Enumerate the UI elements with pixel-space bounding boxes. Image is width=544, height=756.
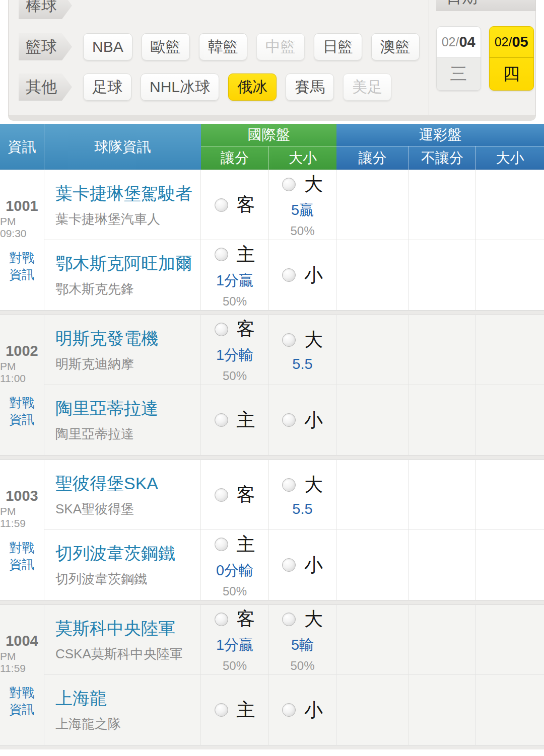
bet-odds: 1分贏 <box>216 271 253 291</box>
sports-filter-area: 棒球 籃球 NBA 歐籃 韓籃 中籃 日籃 澳籃 其他 足球 NHL冰球 俄冰 … <box>9 0 429 115</box>
lottery-handicap-cell <box>336 460 409 530</box>
bet-odds: 0分輸 <box>216 561 253 581</box>
lottery-over-under-cell <box>476 240 544 310</box>
lottery-handicap-cell <box>336 530 409 600</box>
date-day: 04 <box>459 34 475 50</box>
team-cell: 鄂木斯克阿旺加爾 鄂木斯克先鋒 <box>44 240 201 310</box>
lottery-no-handicap-cell <box>409 605 476 675</box>
sport-button-soccer[interactable]: 足球 <box>83 73 131 101</box>
handicap-radio[interactable] <box>215 613 228 626</box>
lottery-no-handicap-cell <box>409 170 476 240</box>
bet-side-label: 主 <box>237 242 255 267</box>
intl-handicap-cell: 客 1分贏 50% <box>201 605 269 675</box>
sport-button-horse-racing[interactable]: 賽馬 <box>286 73 334 101</box>
game-row: 1003 PM 11:59 對戰 資訊 聖彼得堡SKA SKA聖彼得堡 客 大 … <box>0 460 544 600</box>
date-button-02-04[interactable]: 02/04 三 <box>436 26 481 91</box>
bet-percent: 50% <box>223 294 247 309</box>
game-separator <box>0 456 544 460</box>
over-under-radio[interactable] <box>282 413 296 427</box>
sport-button-euro-basketball[interactable]: 歐籃 <box>142 33 190 60</box>
over-under-radio[interactable] <box>282 333 296 347</box>
date-button-02-05[interactable]: 02/05 四 <box>489 26 534 91</box>
over-under-radio[interactable] <box>282 178 296 191</box>
intl-over-under-cell: 小 <box>269 385 336 455</box>
lottery-handicap-cell <box>336 315 409 385</box>
bet-side-label: 客 <box>237 607 255 632</box>
matchup-link-line: 資訊 <box>10 701 35 718</box>
sport-button-american-football: 美足 <box>343 73 391 101</box>
team-alias: 切列波韋茨鋼鐵 <box>55 570 200 588</box>
category-basketball[interactable]: 籃球 <box>19 33 72 60</box>
team-cell: 陶里亞蒂拉達 陶里亞蒂拉達 <box>44 385 201 455</box>
game-info: 1002 PM 11:00 對戰 資訊 <box>0 315 44 455</box>
intl-over-under-cell: 大 5.5 <box>269 460 336 530</box>
sport-button-japan-basketball[interactable]: 日籃 <box>314 33 362 60</box>
sport-button-nhl-hockey[interactable]: NHL冰球 <box>141 73 219 101</box>
game-separator <box>0 311 544 315</box>
bet-percent: 50% <box>223 659 247 673</box>
team-name: 陶里亞蒂拉達 <box>55 397 200 420</box>
header-lottery-handicap: 讓分 <box>336 146 409 170</box>
category-baseball[interactable]: 棒球 <box>19 0 72 19</box>
game-info: 1004 PM 11:59 對戰 資訊 <box>0 605 44 745</box>
matchup-info-link[interactable]: 對戰 資訊 <box>10 250 35 283</box>
matchup-link-line: 對戰 <box>10 250 35 266</box>
lottery-over-under-cell <box>476 170 544 240</box>
team-alias: SKA聖彼得堡 <box>55 500 200 518</box>
matchup-link-line: 對戰 <box>10 395 35 411</box>
bet-side-label: 小 <box>304 263 323 288</box>
over-under-radio[interactable] <box>282 613 296 626</box>
team-name: 鄂木斯克阿旺加爾 <box>55 252 200 275</box>
bet-odds: 5.5 <box>292 501 312 517</box>
intl-handicap-cell: 客 <box>201 460 269 530</box>
game-info: 1001 PM 09:30 對戰 資訊 <box>0 170 44 310</box>
bet-side-label: 客 <box>237 482 255 507</box>
bet-side-label: 客 <box>237 317 255 342</box>
intl-over-under-cell: 大 5輸 50% <box>269 605 336 675</box>
header-intl-group: 國際盤 <box>201 124 336 146</box>
handicap-radio[interactable] <box>215 248 228 261</box>
lottery-over-under-cell <box>476 460 544 530</box>
lottery-no-handicap-cell <box>409 240 476 310</box>
bet-side-label: 主 <box>237 408 255 433</box>
over-under-radio[interactable] <box>282 478 296 492</box>
handicap-radio[interactable] <box>215 703 228 717</box>
handicap-radio[interactable] <box>215 198 228 212</box>
team-alias: CSKA莫斯科中央陸軍 <box>55 645 200 663</box>
lottery-no-handicap-cell <box>409 530 476 600</box>
lottery-no-handicap-cell <box>409 315 476 385</box>
matchup-info-link[interactable]: 對戰 資訊 <box>10 540 35 573</box>
table-header: 資訊 球隊資訊 國際盤 運彩盤 讓分 大小 讓分 不讓分 大小 <box>0 124 544 170</box>
over-under-radio[interactable] <box>282 268 296 282</box>
handicap-radio[interactable] <box>215 538 228 551</box>
team-name: 莫斯科中央陸軍 <box>55 617 200 640</box>
bet-percent: 50% <box>290 659 314 673</box>
team-cell: 切列波韋茨鋼鐵 切列波韋茨鋼鐵 <box>44 530 201 600</box>
lottery-no-handicap-cell <box>409 675 476 745</box>
over-under-radio[interactable] <box>282 558 296 572</box>
handicap-radio[interactable] <box>215 413 228 427</box>
game-row: 1002 PM 11:00 對戰 資訊 明斯克發電機 明斯克迪納摩 客 1分輸 … <box>0 315 544 456</box>
matchup-info-link[interactable]: 對戰 資訊 <box>10 685 35 718</box>
date-value: 02/04 <box>437 27 481 58</box>
date-label: 日期 <box>436 0 536 11</box>
over-under-radio[interactable] <box>282 703 296 717</box>
category-other[interactable]: 其他 <box>19 73 72 101</box>
game-info: 1003 PM 11:59 對戰 資訊 <box>0 460 44 600</box>
game-row: 1004 PM 11:59 對戰 資訊 莫斯科中央陸軍 CSKA莫斯科中央陸軍 … <box>0 604 544 745</box>
lottery-handicap-cell <box>336 385 409 455</box>
matchup-info-link[interactable]: 對戰 資訊 <box>10 395 35 428</box>
matchup-link-line: 資訊 <box>10 266 35 283</box>
intl-handicap-cell: 客 1分輸 50% <box>201 315 269 385</box>
matchup-link-line: 對戰 <box>10 540 35 556</box>
sport-button-nba[interactable]: NBA <box>83 33 132 60</box>
handicap-radio[interactable] <box>215 323 228 336</box>
sport-button-korea-basketball[interactable]: 韓籃 <box>199 33 247 60</box>
team-alias: 鄂木斯克先鋒 <box>55 280 200 298</box>
team-cell: 上海龍 上海龍之隊 <box>44 675 201 745</box>
sport-button-australia-basketball[interactable]: 澳籃 <box>371 33 420 60</box>
handicap-radio[interactable] <box>215 488 228 502</box>
sport-button-russia-hockey[interactable]: 俄冰 <box>228 73 277 101</box>
bet-side-label: 大 <box>304 327 323 352</box>
bet-percent: 50% <box>290 224 314 238</box>
